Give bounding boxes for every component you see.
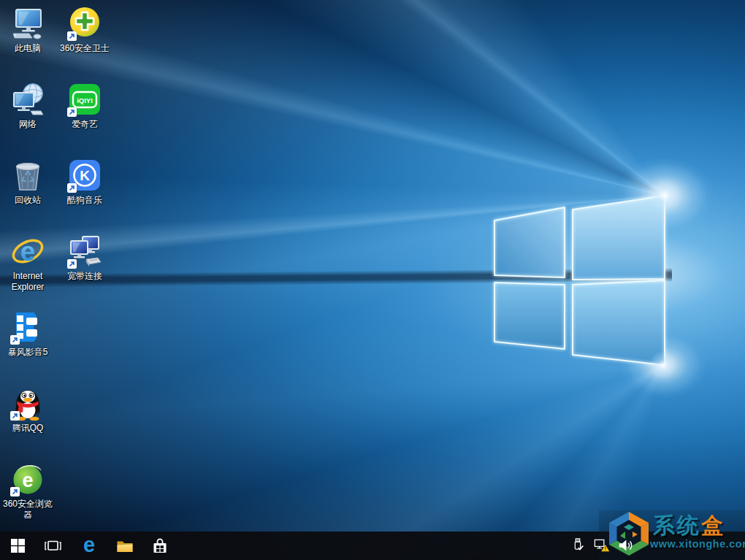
task-view-button[interactable] [37,532,69,560]
broadband-connection-icon [67,234,102,269]
desktop-icon-iqiyi[interactable]: iQIYI 爱奇艺 [57,77,112,130]
network-warning-icon[interactable] [592,536,611,555]
desktop-icon-broadband-connection[interactable]: 宽带连接 [57,229,112,282]
icon-label: 宽带连接 [57,271,112,282]
this-pc-icon [10,6,45,41]
network-icon [10,82,45,117]
shortcut-arrow-icon [10,487,20,496]
shortcut-arrow-icon [67,31,77,41]
shortcut-arrow-icon [67,259,77,269]
watermark-url: www.xitonghe.com [650,538,744,550]
shortcut-arrow-icon [10,335,20,345]
edge-icon: e [83,534,95,556]
watermark-title: 系统盒 [653,511,742,541]
file-explorer-button[interactable] [109,532,141,560]
desktop-icon-baofeng-player[interactable]: 暴风影音5 [0,305,56,358]
windows-desktop: 此电脑 360安全卫士 [0,0,745,560]
store-button[interactable] [144,532,176,560]
icon-label: 腾讯QQ [0,423,56,434]
iqiyi-icon: iQIYI [67,82,102,117]
internet-explorer-icon: e [10,234,45,269]
icon-label: 酷狗音乐 [57,195,112,206]
icon-label: 360安全浏览器 [0,499,56,521]
icon-label: 此电脑 [0,43,56,54]
icon-label: 360安全卫士 [57,43,112,54]
windows-flag-icon [11,539,25,553]
icon-label: 网络 [0,119,56,130]
icon-label: 暴风影音5 [0,347,56,358]
start-button[interactable] [1,532,34,560]
shortcut-arrow-icon [67,183,77,193]
desktop-icon-360-browser[interactable]: e 360安全浏览器 [0,457,56,521]
desktop-icon-internet-explorer[interactable]: e Internet Explorer [0,229,56,293]
folder-icon [115,537,134,556]
edge-button[interactable]: e [73,532,105,560]
store-bag-icon [150,537,169,556]
icon-label: 回收站 [0,195,56,206]
iqiyi-wordmark: iQIYI [77,96,93,104]
shortcut-arrow-icon [67,107,77,117]
tencent-qq-icon [10,386,45,421]
kugou-music-icon: K [67,158,102,193]
usb-device-icon[interactable] [568,536,587,555]
task-view-icon [44,537,62,555]
shortcut-arrow-icon [10,411,20,421]
360-safeguard-icon [67,6,102,41]
desktop-icon-360-safeguard[interactable]: 360安全卫士 [57,1,112,54]
svg-text:e: e [20,237,36,266]
desktop-icon-kugou-music[interactable]: K 酷狗音乐 [57,153,112,206]
recycle-bin-icon [10,158,45,193]
svg-text:e: e [22,469,33,491]
desktop-icon-network[interactable]: 网络 [0,77,56,130]
windows-hero-logo [453,168,701,387]
desktop-icon-tencent-qq[interactable]: 腾讯QQ [0,381,56,434]
icon-label: 爱奇艺 [57,119,112,130]
360-browser-icon: e [10,461,45,496]
icon-label: Internet Explorer [0,271,56,293]
desktop-icon-this-pc[interactable]: 此电脑 [0,1,56,54]
desktop-icon-recycle-bin[interactable]: 回收站 [0,153,56,206]
volume-icon[interactable] [616,536,635,555]
kugou-k-glyph: K [80,168,90,183]
baofeng-player-icon [10,310,45,345]
